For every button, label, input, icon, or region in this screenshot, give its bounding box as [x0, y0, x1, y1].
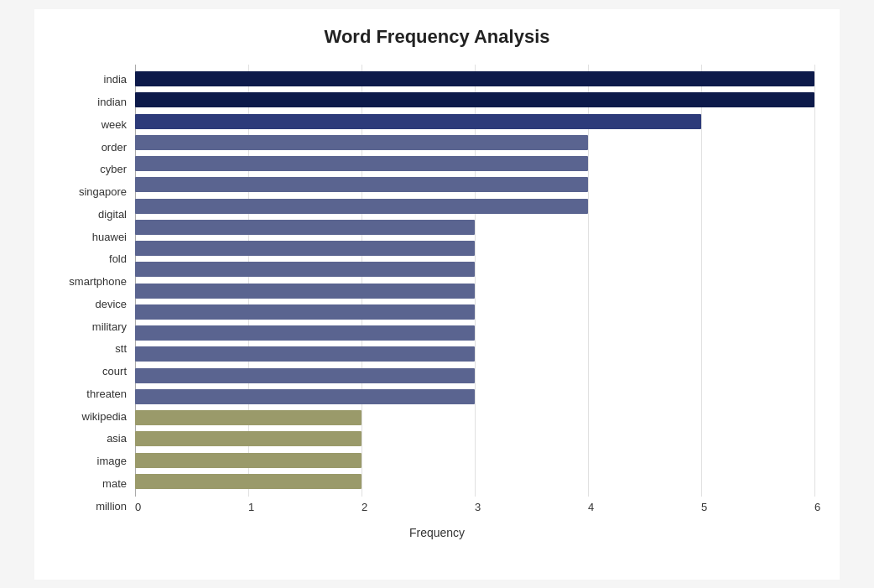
bar-row-military — [135, 301, 814, 322]
bar-row-cyber — [135, 154, 814, 174]
bar-row-court — [135, 344, 814, 365]
y-label-wikipedia: wikipedia — [82, 411, 127, 422]
bar-row-device — [135, 280, 814, 301]
y-label-asia: asia — [107, 433, 127, 444]
bar-fold — [135, 241, 475, 256]
bar-row-digital — [135, 195, 814, 216]
bar-singapore — [135, 177, 588, 192]
bar-row-smartphone — [135, 259, 814, 280]
bar-row-mate — [135, 450, 814, 471]
bar-row-week — [135, 111, 814, 132]
y-label-court: court — [102, 366, 127, 377]
bar-cyber — [135, 156, 588, 171]
y-label-threaten: threaten — [86, 388, 127, 399]
chart-container: Word Frequency Analysis indiaindianweeko… — [34, 9, 840, 580]
bar-image — [135, 431, 362, 446]
bar-row-wikipedia — [135, 386, 814, 407]
bar-wikipedia — [135, 389, 475, 404]
bar-week — [135, 114, 701, 129]
bar-indian — [135, 92, 814, 107]
y-label-smartphone: smartphone — [69, 276, 127, 287]
bar-stt — [135, 325, 475, 341]
bar-row-million — [135, 471, 814, 492]
bar-row-asia — [135, 408, 814, 429]
y-label-device: device — [95, 299, 127, 310]
bar-military — [135, 304, 475, 320]
y-label-india: india — [104, 74, 127, 85]
bar-court — [135, 346, 475, 362]
y-axis-labels: indiaindianweekordercybersingaporedigita… — [60, 65, 135, 522]
y-label-singapore: singapore — [79, 186, 127, 197]
bar-row-huawei — [135, 216, 814, 237]
bar-order — [135, 135, 588, 150]
bar-digital — [135, 199, 588, 214]
y-label-mate: mate — [102, 478, 127, 489]
bar-row-stt — [135, 323, 814, 344]
bar-india — [135, 71, 814, 86]
x-axis-label: Frequency — [60, 526, 814, 539]
bar-threaten — [135, 368, 475, 383]
bar-row-image — [135, 429, 814, 450]
y-label-digital: digital — [98, 209, 127, 220]
chart-title: Word Frequency Analysis — [60, 26, 814, 48]
grid-line-6 — [814, 65, 815, 497]
y-label-week: week — [101, 119, 127, 130]
y-label-military: military — [92, 321, 127, 332]
y-label-huawei: huawei — [92, 232, 127, 242]
y-label-cyber: cyber — [100, 164, 127, 174]
bar-smartphone — [135, 262, 475, 277]
bar-row-fold — [135, 238, 814, 259]
y-label-stt: stt — [115, 343, 127, 354]
bar-row-indian — [135, 90, 814, 111]
bar-row-singapore — [135, 174, 814, 195]
bar-device — [135, 284, 475, 299]
bar-row-order — [135, 132, 814, 153]
y-label-order: order — [101, 142, 127, 153]
y-label-million: million — [96, 501, 127, 512]
y-label-image: image — [97, 455, 127, 466]
y-label-fold: fold — [109, 253, 127, 264]
bars-area: 0123456 — [135, 65, 814, 522]
bar-million — [135, 474, 362, 489]
bar-huawei — [135, 220, 475, 235]
y-label-indian: indian — [97, 96, 127, 107]
bar-asia — [135, 410, 362, 425]
bar-row-india — [135, 69, 814, 90]
bar-mate — [135, 453, 362, 468]
bar-row-threaten — [135, 365, 814, 386]
